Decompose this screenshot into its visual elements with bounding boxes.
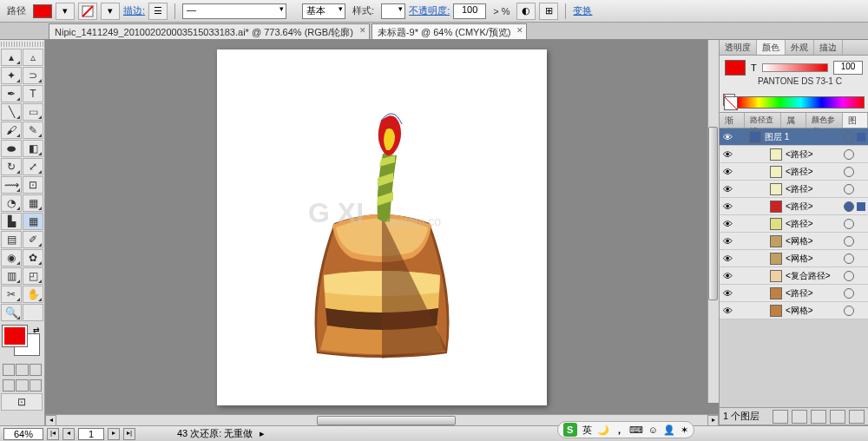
style-dd[interactable] bbox=[381, 3, 405, 19]
visibility-icon[interactable]: 👁 bbox=[720, 271, 735, 281]
artboard-viewport[interactable]: G XI system.co bbox=[45, 40, 719, 414]
attrs-tab[interactable]: 属性 bbox=[781, 113, 806, 128]
visibility-icon[interactable]: 👁 bbox=[720, 184, 735, 194]
toolbox-grip[interactable] bbox=[1, 42, 43, 47]
keyboard-icon[interactable]: ⌨ bbox=[629, 425, 643, 436]
first-artboard[interactable]: |◂ bbox=[47, 428, 59, 440]
mesh-tool[interactable]: ▦ bbox=[23, 213, 43, 230]
layer-row[interactable]: 👁<网格> bbox=[720, 302, 868, 319]
target-icon[interactable] bbox=[844, 219, 854, 229]
pathfinder-tab[interactable]: 路径查找 bbox=[745, 113, 781, 128]
stroke-weight-btn[interactable]: ☰ bbox=[148, 3, 168, 20]
line-tool[interactable]: ╲ bbox=[1, 103, 22, 121]
appearance-tab[interactable]: 外观 bbox=[786, 40, 814, 55]
new-layer-btn[interactable] bbox=[830, 410, 845, 424]
target-icon[interactable] bbox=[844, 167, 854, 177]
fill-stroke-swatch[interactable]: ⇄ bbox=[3, 326, 42, 359]
pen-tool[interactable]: ✒ bbox=[1, 85, 22, 102]
stroke-link[interactable]: 描边: bbox=[123, 4, 145, 17]
transform-link[interactable]: 变换 bbox=[573, 4, 592, 17]
doc-tab[interactable]: Nipic_1411249_201002020003515033183.ai* … bbox=[49, 23, 370, 39]
opacity-link[interactable]: 不透明度: bbox=[409, 4, 450, 17]
opacity-tab[interactable]: 透明度 bbox=[720, 40, 757, 55]
visibility-icon[interactable]: 👁 bbox=[720, 201, 735, 212]
gradient-tool[interactable]: ▤ bbox=[1, 231, 22, 248]
pencil-tool[interactable]: ✎ bbox=[23, 122, 43, 139]
draw-behind[interactable] bbox=[16, 379, 28, 392]
close-icon[interactable]: ✕ bbox=[516, 26, 523, 35]
screen-mode[interactable]: ⊡ bbox=[1, 393, 43, 411]
spare-tool[interactable] bbox=[23, 304, 43, 321]
shape-builder[interactable]: ◔ bbox=[1, 194, 22, 212]
draw-inside[interactable] bbox=[30, 379, 42, 392]
fill-menu[interactable]: ▾ bbox=[56, 3, 75, 20]
target-icon[interactable] bbox=[844, 271, 854, 281]
target-icon[interactable] bbox=[844, 253, 854, 264]
locate-layer-btn[interactable] bbox=[773, 410, 788, 424]
target-icon[interactable] bbox=[844, 236, 854, 247]
make-clip-btn[interactable] bbox=[792, 410, 807, 424]
scrollbar-v[interactable] bbox=[707, 40, 719, 403]
draw-normal[interactable] bbox=[3, 379, 15, 392]
swap-icon[interactable]: ⇄ bbox=[33, 326, 40, 334]
visibility-icon[interactable]: 👁 bbox=[720, 236, 735, 247]
brush-stroke-dd[interactable]: — bbox=[182, 3, 286, 19]
emoji-icon[interactable]: ☺ bbox=[648, 425, 658, 435]
target-icon[interactable] bbox=[844, 149, 854, 160]
artboard-num[interactable]: 1 bbox=[78, 428, 104, 440]
no-fill-btn[interactable] bbox=[78, 3, 97, 20]
rect-tool[interactable]: ▭ bbox=[23, 103, 43, 121]
next-artboard[interactable]: ▸ bbox=[108, 428, 120, 440]
color-tab[interactable]: 颜色 bbox=[757, 40, 786, 55]
layer-row[interactable]: 👁<路径> bbox=[720, 181, 868, 198]
close-icon[interactable]: ✕ bbox=[359, 26, 366, 35]
layer-row[interactable]: 👁<复合路径> bbox=[720, 267, 868, 285]
ime-lang[interactable]: 英 bbox=[582, 424, 592, 437]
visibility-icon[interactable]: 👁 bbox=[720, 132, 735, 142]
tint-slider[interactable] bbox=[762, 63, 828, 72]
colorguide-tab[interactable]: 颜色参考 bbox=[806, 113, 843, 128]
symbol-spray[interactable]: ✿ bbox=[23, 249, 43, 267]
color-mode[interactable] bbox=[3, 364, 15, 376]
visibility-icon[interactable]: 👁 bbox=[720, 288, 735, 299]
last-artboard[interactable]: ▸| bbox=[123, 428, 135, 440]
opacity-input[interactable]: 100 bbox=[453, 3, 486, 19]
layer-row[interactable]: 👁<路径> bbox=[720, 146, 868, 163]
gear-icon[interactable]: ✶ bbox=[681, 425, 688, 436]
doc-tab[interactable]: 未标题-9* @ 64% (CMYK/预览)✕ bbox=[372, 23, 528, 39]
lasso-tool[interactable]: ⊃ bbox=[23, 67, 43, 84]
fill-swatch[interactable] bbox=[33, 4, 52, 18]
blob-tool[interactable]: ⬬ bbox=[1, 140, 22, 157]
none-mode[interactable] bbox=[30, 364, 42, 376]
layer-row[interactable]: 👁<路径> bbox=[720, 163, 868, 181]
type-tool[interactable]: T bbox=[23, 85, 43, 102]
layer-row[interactable]: 👁图层 1 bbox=[720, 128, 868, 146]
visibility-icon[interactable]: 👁 bbox=[720, 306, 735, 316]
stroke-tab[interactable]: 描边 bbox=[814, 40, 843, 55]
target-icon[interactable] bbox=[844, 132, 854, 142]
slice-tool[interactable]: ✂ bbox=[1, 286, 22, 303]
visibility-icon[interactable]: 👁 bbox=[720, 149, 735, 160]
visibility-icon[interactable]: 👁 bbox=[720, 167, 735, 177]
hand-tool[interactable]: ✋ bbox=[23, 286, 43, 303]
align-btn[interactable]: ⊞ bbox=[539, 3, 558, 20]
rotate-tool[interactable]: ↻ bbox=[1, 158, 22, 175]
new-sublayer-btn[interactable] bbox=[811, 410, 826, 424]
ime-toolbar[interactable]: S 英 🌙 ， ⌨ ☺ 👤 ✶ bbox=[557, 421, 694, 438]
zoom-input[interactable]: 64% bbox=[3, 428, 43, 440]
zoom-tool[interactable]: 🔍 bbox=[1, 304, 22, 321]
delete-layer-btn[interactable] bbox=[849, 410, 865, 424]
brush-tool[interactable]: 🖌 bbox=[1, 122, 22, 139]
layer-row[interactable]: 👁<路径> bbox=[720, 215, 868, 233]
layer-row[interactable]: 👁<网格> bbox=[720, 250, 868, 267]
selection-tool[interactable]: ▴ bbox=[1, 49, 22, 66]
blend-tool[interactable]: ◉ bbox=[1, 249, 22, 267]
panel-fill-swatch[interactable] bbox=[725, 60, 746, 76]
target-icon[interactable] bbox=[844, 184, 854, 194]
visibility-icon[interactable]: 👁 bbox=[720, 219, 735, 229]
width-tool[interactable]: ⟿ bbox=[1, 176, 22, 194]
eraser-tool[interactable]: ◧ bbox=[23, 140, 43, 157]
target-icon[interactable] bbox=[844, 288, 854, 299]
prev-artboard[interactable]: ◂ bbox=[62, 428, 75, 440]
user-icon[interactable]: 👤 bbox=[663, 425, 675, 436]
